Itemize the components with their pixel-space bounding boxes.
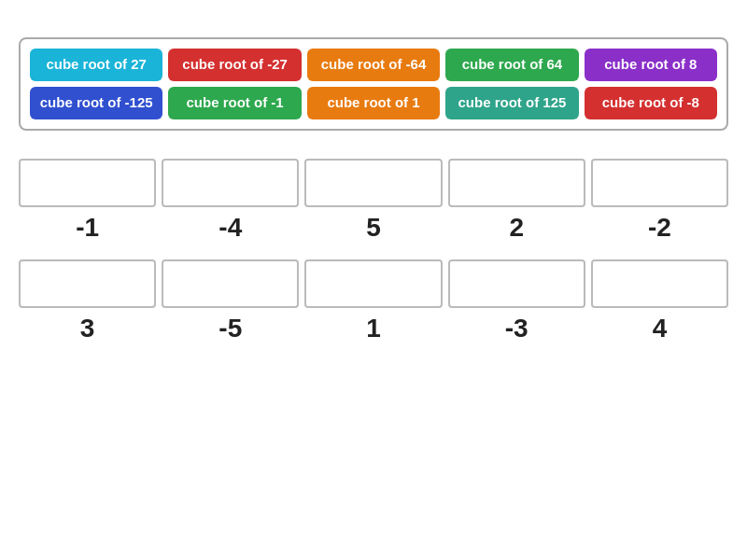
card-cube-root-125[interactable]: cube root of 125: [445, 87, 578, 119]
card-cube-root-8[interactable]: cube root of 8: [585, 49, 717, 81]
answer-label-3: 5: [366, 213, 381, 243]
card-container: cube root of 27 cube root of -27 cube ro…: [19, 37, 728, 131]
answer-col-9: -3: [448, 259, 585, 343]
answer-label-5: -2: [648, 213, 671, 243]
answer-label-10: 4: [653, 314, 668, 343]
answer-label-9: -3: [505, 314, 529, 343]
answer-col-6: 3: [19, 259, 156, 343]
card-cube-root--8[interactable]: cube root of -8: [585, 87, 717, 119]
main-page: cube root of 27 cube root of -27 cube ro…: [19, 37, 728, 343]
card-cube-root--27[interactable]: cube root of -27: [168, 49, 301, 81]
card-row-2: cube root of -125 cube root of -1 cube r…: [30, 87, 717, 119]
card-cube-root-64[interactable]: cube root of 64: [445, 49, 578, 81]
answer-col-8: 1: [304, 259, 442, 343]
drop-box-2[interactable]: [162, 159, 299, 207]
drop-box-5[interactable]: [591, 159, 728, 207]
answer-label-7: -5: [218, 314, 242, 343]
drop-box-1[interactable]: [19, 159, 156, 207]
answer-label-4: 2: [509, 213, 524, 243]
answer-col-5: -2: [591, 159, 728, 243]
drop-box-4[interactable]: [448, 159, 585, 207]
drop-box-9[interactable]: [448, 259, 585, 308]
drop-box-7[interactable]: [162, 259, 299, 308]
answer-label-2: -4: [218, 213, 242, 243]
card-cube-root--64[interactable]: cube root of -64: [307, 49, 440, 81]
answer-label-1: -1: [76, 213, 99, 243]
answer-col-2: -4: [162, 159, 299, 243]
answer-section: -1 -4 5 2 -2 3: [19, 159, 728, 343]
answer-row-2: 3 -5 1 -3 4: [19, 259, 728, 343]
answer-col-3: 5: [304, 159, 442, 243]
card-cube-root-27[interactable]: cube root of 27: [30, 49, 162, 81]
drop-box-10[interactable]: [591, 259, 728, 308]
answer-row-1: -1 -4 5 2 -2: [19, 159, 728, 243]
drop-box-6[interactable]: [19, 259, 156, 308]
answer-label-8: 1: [366, 314, 381, 343]
answer-col-10: 4: [591, 259, 728, 343]
drop-box-3[interactable]: [304, 159, 442, 207]
answer-col-1: -1: [19, 159, 156, 243]
card-cube-root--125[interactable]: cube root of -125: [30, 87, 162, 119]
card-row-1: cube root of 27 cube root of -27 cube ro…: [30, 49, 717, 81]
answer-col-7: -5: [162, 259, 299, 343]
answer-col-4: 2: [448, 159, 585, 243]
answer-label-6: 3: [80, 314, 95, 343]
card-cube-root-1[interactable]: cube root of 1: [307, 87, 440, 119]
card-cube-root--1[interactable]: cube root of -1: [168, 87, 301, 119]
drop-box-8[interactable]: [304, 259, 442, 308]
